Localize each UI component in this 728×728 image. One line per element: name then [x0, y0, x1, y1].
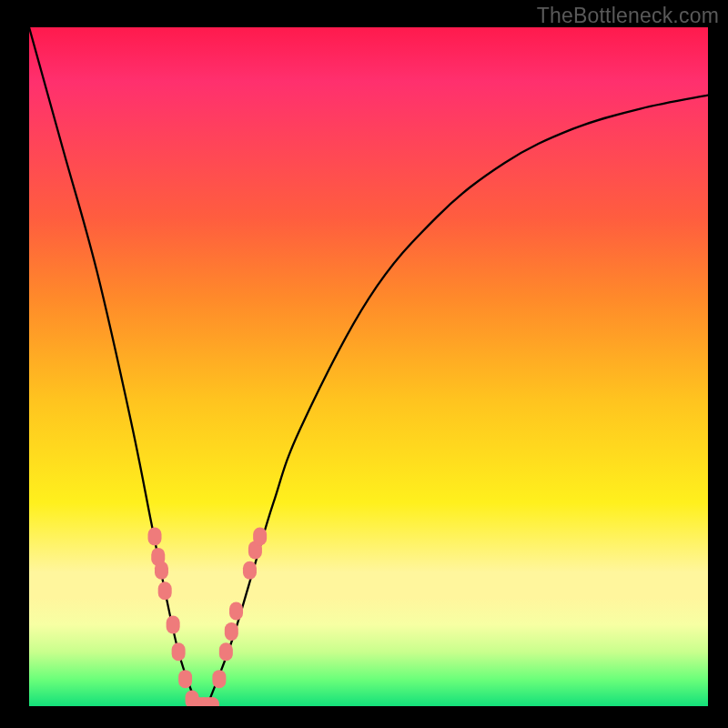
data-markers	[148, 528, 268, 707]
marker-dot	[172, 642, 186, 661]
marker-dot	[225, 622, 238, 641]
marker-dot	[158, 581, 172, 600]
marker-dot	[212, 670, 226, 688]
chart-frame: TheBottleneck.com	[0, 0, 728, 728]
bottleneck-curve-path	[29, 27, 708, 706]
bottleneck-curve	[29, 27, 708, 706]
marker-dot	[178, 670, 192, 688]
marker-dot	[155, 561, 168, 580]
marker-dot	[148, 528, 162, 546]
marker-dot	[167, 615, 180, 633]
marker-dot	[229, 602, 243, 621]
watermark-text: TheBottleneck.com	[537, 4, 719, 28]
plot-area	[29, 27, 708, 706]
marker-dot	[253, 528, 267, 546]
chart-svg	[29, 27, 708, 706]
marker-dot	[243, 561, 257, 580]
marker-dot	[219, 642, 233, 661]
